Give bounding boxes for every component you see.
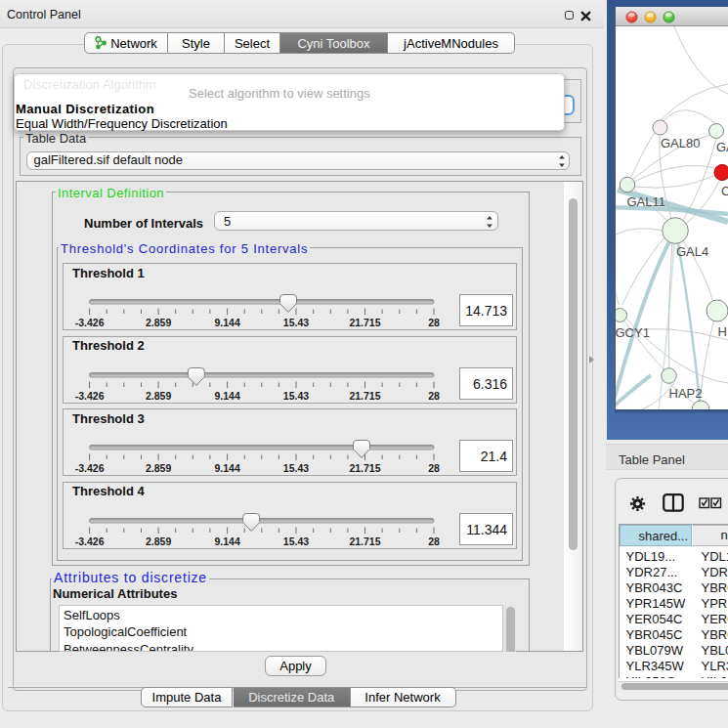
svg-text:-3.426: -3.426 (75, 462, 105, 474)
svg-text:15.43: 15.43 (283, 317, 309, 328)
svg-text:28: 28 (428, 389, 440, 401)
svg-text:2.859: 2.859 (146, 389, 171, 401)
svg-text:2.859: 2.859 (146, 462, 171, 474)
svg-text:9.144: 9.144 (214, 317, 239, 328)
svg-text:-3.426: -3.426 (75, 317, 105, 328)
svg-text:GAL80: GAL80 (661, 136, 700, 150)
svg-text:28: 28 (428, 535, 440, 546)
svg-text:28: 28 (428, 317, 440, 328)
svg-text:H: H (718, 324, 727, 339)
svg-text:GAL11: GAL11 (627, 194, 666, 209)
svg-text:GA: GA (716, 140, 728, 154)
svg-text:2.859: 2.859 (146, 535, 171, 546)
svg-text:-3.426: -3.426 (75, 389, 105, 401)
svg-text:C: C (721, 184, 728, 198)
svg-text:-3.426: -3.426 (75, 535, 105, 546)
svg-text:15.43: 15.43 (283, 535, 309, 546)
svg-text:9.144: 9.144 (214, 389, 239, 401)
svg-text:2.859: 2.859 (146, 317, 171, 328)
svg-text:15.43: 15.43 (283, 462, 309, 474)
svg-text:21.715: 21.715 (349, 317, 380, 328)
svg-text:9.144: 9.144 (214, 462, 239, 474)
svg-text:21.715: 21.715 (349, 462, 380, 474)
svg-text:GCY1: GCY1 (616, 325, 650, 340)
svg-text:GAL4: GAL4 (676, 244, 708, 259)
svg-text:HAP2: HAP2 (669, 386, 703, 401)
svg-text:28: 28 (428, 462, 440, 474)
svg-text:21.715: 21.715 (349, 389, 380, 401)
svg-text:15.43: 15.43 (283, 389, 309, 401)
svg-text:21.715: 21.715 (349, 535, 380, 546)
svg-text:9.144: 9.144 (214, 535, 239, 546)
